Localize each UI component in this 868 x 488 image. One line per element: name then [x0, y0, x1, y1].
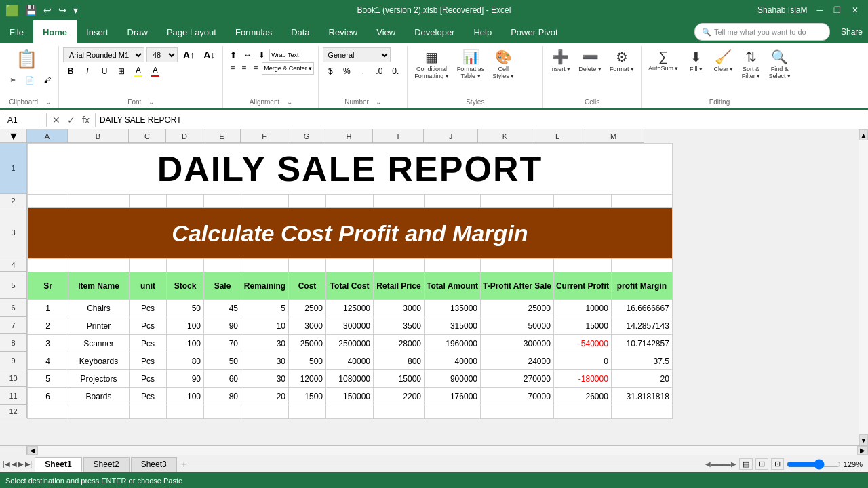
table-cell[interactable]: 15000 [374, 370, 425, 388]
table-cell[interactable] [68, 405, 130, 419]
minimize-btn[interactable]: ─ [812, 4, 827, 16]
scroll-right-btn[interactable]: ▶ [857, 446, 868, 455]
table-cell[interactable]: 20 [241, 388, 289, 405]
add-sheet-btn[interactable]: + [181, 458, 187, 470]
save-btn[interactable]: 💾 [23, 3, 39, 17]
table-cell[interactable]: 1 [28, 300, 68, 317]
format-painter-btn[interactable]: 🖌 [39, 73, 54, 87]
tab-home[interactable]: Home [33, 20, 77, 43]
table-cell[interactable] [553, 405, 611, 419]
table-cell[interactable]: Chairs [68, 300, 130, 317]
sheet-tab-sheet2[interactable]: Sheet2 [83, 457, 130, 472]
table-cell[interactable]: Pcs [130, 352, 167, 370]
table-cell[interactable]: 3000 [374, 300, 425, 317]
table-cell[interactable] [326, 195, 374, 208]
table-cell[interactable]: 3500 [374, 317, 425, 335]
tab-help[interactable]: Help [464, 20, 501, 43]
col-header-A[interactable]: A [27, 129, 68, 143]
table-cell[interactable] [480, 259, 553, 272]
table-cell[interactable]: DAILY SALE REPORT [28, 144, 673, 195]
tab-developer[interactable]: Developer [405, 20, 464, 43]
table-cell[interactable]: 315000 [425, 317, 481, 335]
table-cell[interactable]: 50000 [480, 317, 553, 335]
table-cell[interactable] [167, 405, 204, 419]
table-cell[interactable]: Pcs [130, 370, 167, 388]
table-cell[interactable]: 5 [28, 370, 68, 388]
row-header-11[interactable]: 11 [0, 387, 27, 405]
table-cell[interactable]: -180000 [553, 370, 611, 388]
table-cell[interactable]: Pcs [130, 335, 167, 352]
page-break-view-btn[interactable]: ⊡ [771, 458, 784, 470]
table-cell[interactable]: Scanner [68, 335, 130, 352]
col-header-C[interactable]: C [129, 129, 166, 143]
row-header-3[interactable]: 3 [0, 207, 27, 258]
zoom-slider[interactable] [787, 459, 841, 470]
font-name-select[interactable]: Arial Rounded M1 [63, 47, 144, 62]
align-right-btn[interactable]: ≡ [250, 62, 260, 75]
undo-btn[interactable]: ↩ [41, 3, 54, 17]
scroll-up-btn[interactable]: ▲ [859, 129, 868, 140]
copy-btn[interactable]: 📄 [22, 73, 38, 87]
font-size-select[interactable]: 48 [146, 47, 178, 62]
table-cell[interactable]: 80 [167, 352, 204, 370]
table-cell[interactable]: Keyboards [68, 352, 130, 370]
table-cell[interactable]: 40000 [326, 352, 374, 370]
align-center-btn[interactable]: ≡ [239, 62, 249, 75]
table-cell[interactable] [204, 195, 241, 208]
cut-btn[interactable]: ✂ [5, 73, 20, 87]
page-layout-view-btn[interactable]: ⊞ [755, 458, 768, 470]
table-cell[interactable] [289, 405, 326, 419]
select-all-btn[interactable]: ▼ [0, 129, 27, 143]
col-header-L[interactable]: L [532, 129, 583, 143]
table-cell[interactable]: 2 [28, 317, 68, 335]
table-cell[interactable]: 50 [204, 352, 241, 370]
decrease-decimal-btn[interactable]: 0. [388, 64, 403, 79]
cell-styles-btn[interactable]: 🎨 CellStyles ▾ [490, 47, 517, 81]
table-cell[interactable]: unit [130, 272, 167, 300]
table-cell[interactable] [28, 405, 68, 419]
table-cell[interactable] [326, 259, 374, 272]
table-cell[interactable]: 90 [204, 317, 241, 335]
table-cell[interactable]: 30 [241, 352, 289, 370]
table-cell[interactable]: 500 [289, 352, 326, 370]
table-cell[interactable]: Calculate Cost Profit and Margin [28, 208, 673, 259]
sheet-nav-prev[interactable]: ◀ [12, 460, 17, 468]
align-left-btn[interactable]: ≡ [227, 62, 237, 75]
row-header-12[interactable]: 12 [0, 405, 27, 418]
number-format-select[interactable]: General [323, 47, 391, 62]
table-cell[interactable]: 3000 [289, 317, 326, 335]
formula-input[interactable] [95, 113, 865, 127]
table-cell[interactable]: 25000 [480, 300, 553, 317]
table-cell[interactable] [326, 405, 374, 419]
row-header-1[interactable]: 1 [0, 143, 27, 194]
format-btn[interactable]: ⚙ Format ▾ [607, 47, 637, 74]
clear-btn[interactable]: 🧹 Clear ▾ [711, 47, 736, 74]
table-cell[interactable] [241, 405, 289, 419]
cell-reference-box[interactable]: A1 [3, 113, 43, 127]
sheet-nav-next[interactable]: ▶ [18, 460, 24, 468]
normal-view-btn[interactable]: ▤ [739, 458, 753, 470]
tell-me-box[interactable]: 🔍 Tell me what you want to do [694, 23, 830, 41]
table-cell[interactable]: 80 [204, 388, 241, 405]
tab-view[interactable]: View [367, 20, 405, 43]
sheet-tab-sheet3[interactable]: Sheet3 [131, 457, 177, 472]
table-cell[interactable]: 50 [167, 300, 204, 317]
table-cell[interactable]: 12000 [289, 370, 326, 388]
table-cell[interactable] [167, 195, 204, 208]
table-cell[interactable] [204, 405, 241, 419]
table-cell[interactable] [553, 259, 611, 272]
table-cell[interactable]: 2500 [289, 300, 326, 317]
table-cell[interactable] [425, 405, 481, 419]
table-cell[interactable]: 60 [204, 370, 241, 388]
table-cell[interactable]: 45 [204, 300, 241, 317]
row-header-6[interactable]: 6 [0, 299, 27, 317]
table-cell[interactable]: 300000 [480, 335, 553, 352]
table-cell[interactable]: 30 [241, 370, 289, 388]
row-header-2[interactable]: 2 [0, 194, 27, 207]
table-cell[interactable]: 125000 [326, 300, 374, 317]
col-header-H[interactable]: H [326, 129, 373, 143]
tab-power-pivot[interactable]: Power Pivot [501, 20, 567, 43]
table-cell[interactable]: -540000 [553, 335, 611, 352]
align-bottom-btn[interactable]: ⬇ [256, 49, 268, 61]
vertical-scrollbar[interactable]: ▲ ▼ [859, 129, 868, 445]
